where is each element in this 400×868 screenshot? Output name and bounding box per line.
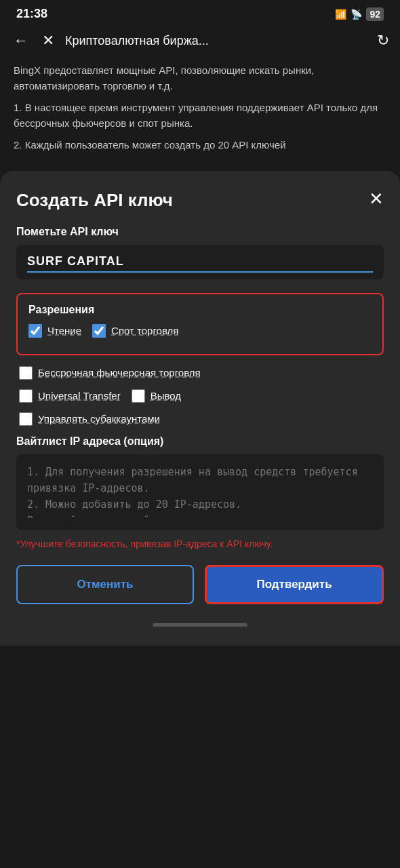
status-bar: 21:38 📶 📡 92 xyxy=(0,0,400,25)
perm-row-transfer-withdraw: Universal Transfer Вывод xyxy=(19,389,381,403)
checkbox-subaccount-label[interactable]: Управлять субаккаунтами xyxy=(38,413,160,425)
perm-row-futures: Бессрочная фьючерсная торговля xyxy=(19,366,381,380)
api-key-field-section: Пометьте API ключ xyxy=(16,226,384,279)
bg-text-1: BingX предоставляет мощные API, позволяю… xyxy=(14,63,386,94)
checkbox-withdraw-label[interactable]: Вывод xyxy=(151,390,181,401)
api-key-input-container xyxy=(16,245,384,279)
nav-bar: ← ✕ Криптовалютная биржа... ↻ xyxy=(0,25,400,56)
close-nav-button[interactable]: ✕ xyxy=(39,31,57,51)
other-permissions: Бессрочная фьючерсная торговля Universal… xyxy=(16,366,384,426)
checkbox-transfer-label[interactable]: Universal Transfer xyxy=(38,390,121,401)
bg-text-3: 2. Каждый пользователь может создать до … xyxy=(14,138,386,153)
checkbox-transfer-input[interactable] xyxy=(19,389,33,403)
status-time: 21:38 xyxy=(16,7,47,21)
checkbox-spot-label[interactable]: Спот торговля xyxy=(111,325,178,336)
permissions-title: Разрешения xyxy=(28,304,372,316)
checkbox-futures-label[interactable]: Бессрочная фьючерсная торговля xyxy=(38,367,201,378)
refresh-button[interactable]: ↻ xyxy=(377,32,389,50)
status-icons: 📶 📡 92 xyxy=(335,7,384,21)
signal-icon: 📶 xyxy=(335,9,346,20)
modal-title: Создать API ключ xyxy=(16,190,173,211)
modal-close-button[interactable]: ✕ xyxy=(369,190,384,208)
bg-text-2: 1. В настоящее время инструмент управлен… xyxy=(14,100,386,131)
permissions-section: Разрешения Чтение Спот торговля xyxy=(16,293,384,355)
ip-whitelist-section: Вайтлист IP адреса (опция) *Улучшите без… xyxy=(16,435,384,551)
wifi-icon: 📡 xyxy=(351,9,362,20)
checkbox-transfer: Universal Transfer xyxy=(19,389,121,403)
checkbox-subaccount-input[interactable] xyxy=(19,412,33,426)
api-key-input[interactable] xyxy=(27,254,373,273)
checkbox-subaccount: Управлять субаккаунтами xyxy=(19,412,160,426)
checkbox-spot: Спот торговля xyxy=(92,324,178,338)
confirm-button[interactable]: Подтвердить xyxy=(205,565,384,604)
checkbox-read: Чтение xyxy=(28,324,81,338)
background-content: BingX предоставляет мощные API, позволяю… xyxy=(0,56,400,171)
checkbox-futures-input[interactable] xyxy=(19,366,33,380)
permissions-row-1: Чтение Спот торговля xyxy=(28,324,372,338)
home-bar xyxy=(153,623,247,627)
ip-whitelist-title: Вайтлист IP адреса (опция) xyxy=(16,435,384,448)
checkbox-read-input[interactable] xyxy=(28,324,42,338)
api-key-field-label: Пометьте API ключ xyxy=(16,226,384,238)
checkbox-read-label[interactable]: Чтение xyxy=(47,325,81,336)
modal-header: Создать API ключ ✕ xyxy=(16,190,384,211)
checkbox-withdraw-input[interactable] xyxy=(132,389,145,403)
ip-whitelist-input[interactable] xyxy=(27,464,373,518)
checkbox-spot-input[interactable] xyxy=(92,324,106,338)
back-button[interactable]: ← xyxy=(11,31,31,51)
action-buttons: Отменить Подтвердить xyxy=(16,565,384,604)
cancel-button[interactable]: Отменить xyxy=(16,565,194,604)
ip-textarea-container xyxy=(16,454,384,530)
perm-row-subaccount: Управлять субаккаунтами xyxy=(19,412,381,426)
nav-title: Криптовалютная биржа... xyxy=(65,34,369,48)
home-indicator xyxy=(16,618,384,629)
checkbox-withdraw: Вывод xyxy=(132,389,181,403)
modal-dialog: Создать API ключ ✕ Пометьте API ключ Раз… xyxy=(0,171,400,646)
security-notice: *Улучшите безопасность, привязав IP-адре… xyxy=(16,537,384,551)
checkbox-futures: Бессрочная фьючерсная торговля xyxy=(19,366,201,380)
battery-indicator: 92 xyxy=(366,7,384,21)
